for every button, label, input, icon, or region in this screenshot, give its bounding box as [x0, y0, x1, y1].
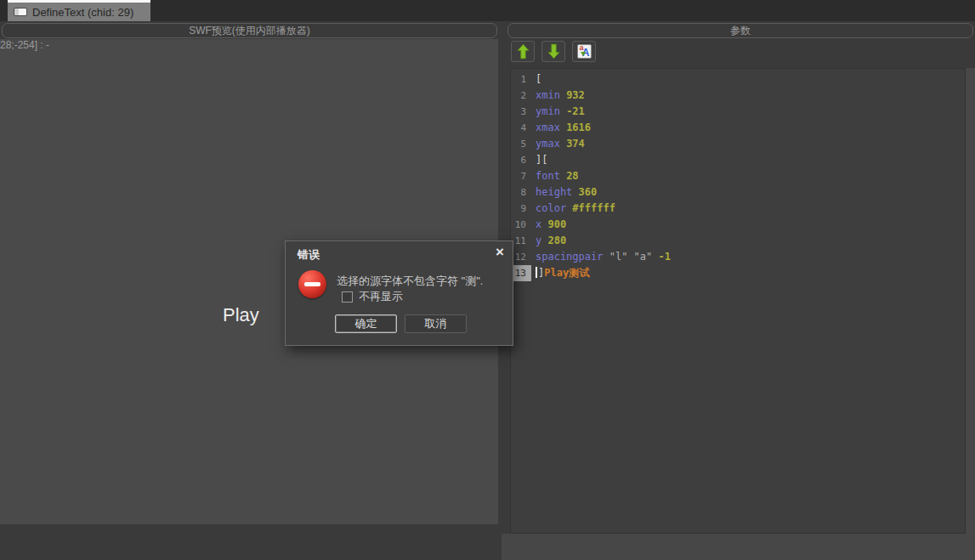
preview-footer-toolbar: 100% + − 1 [0, 524, 498, 549]
move-down-button[interactable] [541, 41, 565, 62]
line-number: 13 [511, 265, 531, 281]
editor-line[interactable]: 6][ [511, 152, 965, 168]
editor-line[interactable]: 2xmin 932 [511, 88, 965, 104]
preview-panel-header: SWF预览(使用内部播放器) [2, 23, 497, 38]
code-text: y 280 [536, 235, 566, 246]
code-text: x 900 [536, 218, 566, 230]
error-no-entry-icon [298, 270, 326, 298]
preview-panel-title: SWF预览(使用内部播放器) [189, 24, 310, 38]
cursor-coordinates: 28;-254] : - [0, 39, 49, 51]
text-caret [536, 267, 537, 278]
font-case-button[interactable]: aA [572, 41, 596, 62]
editor-line[interactable]: 3ymin -21 [511, 104, 965, 120]
param-editor[interactable]: 1[2xmin 9323ymin -214xmax 16165ymax 3746… [510, 68, 966, 534]
dont-show-again-row: 不再显示 [342, 289, 403, 304]
code-text: xmax 1616 [536, 122, 591, 133]
text-tag-icon [14, 8, 27, 16]
error-dialog: 错误 × 选择的源字体不包含字符 "测". 不再显示 确定 取消 [285, 240, 513, 346]
line-number: 2 [511, 88, 531, 104]
tab-definetext[interactable]: DefineText (chid: 29) [8, 0, 150, 21]
line-number: 7 [511, 168, 531, 184]
editor-line[interactable]: 4xmax 1616 [511, 120, 965, 136]
param-editor-lines: 1[2xmin 9323ymin -214xmax 16165ymax 3746… [511, 71, 965, 281]
code-text: ]Play测试 [536, 267, 589, 279]
code-text: color #ffffff [536, 202, 615, 214]
tab-label: DefineText (chid: 29) [32, 6, 133, 19]
line-number: 12 [511, 249, 531, 265]
code-text: [ [536, 73, 541, 85]
code-text: ][ [536, 154, 547, 166]
editor-line[interactable]: 12spacingpair "l" "a" -1 [511, 249, 965, 265]
code-text: ymax 374 [536, 138, 585, 150]
line-number: 6 [511, 152, 531, 168]
editor-line[interactable]: 10x 900 [511, 217, 965, 233]
params-panel-header: 参数 [507, 23, 973, 38]
line-number: 1 [511, 71, 531, 88]
actions-row: 保存 取消 [502, 534, 975, 560]
dialog-close-icon[interactable]: × [496, 245, 504, 259]
stage-text-play: Play [223, 304, 259, 326]
dialog-cancel-button[interactable]: 取消 [405, 314, 467, 333]
code-text: font 28 [536, 170, 579, 182]
code-text: spacingpair "l" "a" -1 [536, 251, 671, 263]
dont-show-again-checkbox[interactable] [342, 291, 353, 303]
editor-line[interactable]: 7font 28 [511, 168, 965, 184]
editor-line[interactable]: 9color #ffffff [511, 201, 965, 217]
move-up-button[interactable] [511, 41, 535, 62]
editor-line[interactable]: 5ymax 374 [511, 136, 965, 152]
editor-line[interactable]: 1[ [511, 71, 965, 88]
line-number: 4 [511, 120, 531, 136]
code-text: xmin 932 [536, 89, 585, 101]
params-panel-title: 参数 [730, 24, 751, 38]
move-down-arrow-icon [547, 43, 560, 59]
tab-bar: DefineText (chid: 29) [0, 0, 975, 21]
font-case-icon: aA [577, 44, 592, 59]
line-number: 3 [511, 104, 531, 120]
code-text: height 360 [536, 186, 597, 198]
editor-line[interactable]: 11y 280 [511, 233, 965, 249]
params-toolbar: aA [511, 41, 596, 62]
line-number: 5 [511, 136, 531, 152]
line-number: 11 [511, 233, 531, 249]
dialog-ok-button[interactable]: 确定 [335, 314, 397, 333]
line-number: 10 [511, 217, 531, 233]
editor-line[interactable]: 13]Play测试 [511, 265, 965, 281]
dialog-message: 选择的源字体不包含字符 "测". [337, 274, 483, 289]
editor-scrollbar[interactable] [966, 68, 975, 534]
move-up-arrow-icon [517, 43, 530, 59]
code-text: ymin -21 [536, 105, 585, 117]
line-number: 9 [511, 201, 531, 217]
dont-show-again-label[interactable]: 不再显示 [359, 289, 403, 304]
editor-line[interactable]: 8height 360 [511, 184, 965, 201]
dialog-title: 错误 [298, 247, 320, 263]
line-number: 8 [511, 184, 531, 201]
